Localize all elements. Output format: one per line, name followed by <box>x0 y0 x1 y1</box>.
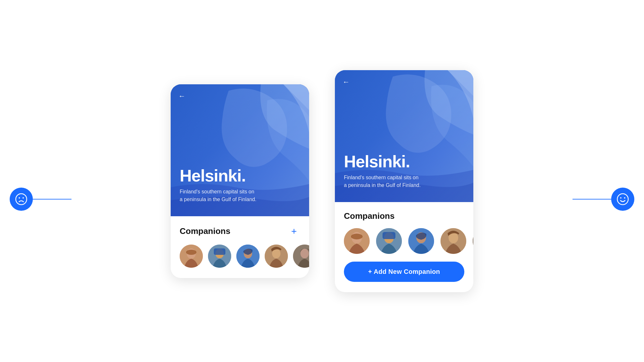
svg-rect-22 <box>383 232 395 239</box>
left-city-description: Finland's southern capital sits on a pen… <box>180 188 256 203</box>
scene: ← Helsinki. Finland's southern capital s… <box>0 0 644 362</box>
right-companions-title: Companions <box>344 211 394 221</box>
left-companions-title: Companions <box>180 226 230 236</box>
right-hero-content: Helsinki. Finland's southern capital sit… <box>344 153 421 189</box>
annotation-line-right <box>573 199 611 200</box>
left-add-companion-icon-button[interactable]: + <box>288 225 300 237</box>
right-phone-card: ← Helsinki. Finland's southern capital s… <box>335 70 473 292</box>
sad-face-icon <box>10 188 33 211</box>
svg-point-15 <box>300 249 309 258</box>
svg-point-2 <box>23 197 24 199</box>
svg-rect-9 <box>214 248 225 255</box>
svg-point-0 <box>16 194 27 205</box>
cards-container: ← Helsinki. Finland's southern capital s… <box>171 70 473 292</box>
right-avatar-2[interactable] <box>376 228 402 254</box>
left-avatar-3[interactable] <box>236 245 260 268</box>
svg-point-19 <box>351 234 363 239</box>
right-avatar-row <box>344 228 464 254</box>
right-companions-header: Companions <box>344 211 464 221</box>
right-hero-image: ← Helsinki. Finland's southern capital s… <box>335 70 473 202</box>
annotation-right <box>573 188 634 211</box>
svg-point-30 <box>620 197 621 199</box>
left-companions-header: Companions + <box>180 225 300 237</box>
left-avatar-4[interactable] <box>265 245 288 268</box>
right-avatar-4[interactable] <box>440 228 466 254</box>
right-avatar-3[interactable] <box>408 228 434 254</box>
left-phone-card: ← Helsinki. Finland's southern capital s… <box>171 84 309 278</box>
svg-point-1 <box>19 197 20 199</box>
add-new-companion-button[interactable]: + Add New Companion <box>344 262 464 282</box>
right-back-button[interactable]: ← <box>343 78 350 86</box>
right-city-title: Helsinki. <box>344 153 421 170</box>
left-hero-content: Helsinki. Finland's southern capital sit… <box>180 167 256 203</box>
svg-point-6 <box>186 250 196 255</box>
left-back-button[interactable]: ← <box>178 92 185 100</box>
right-avatar-1[interactable] <box>344 228 370 254</box>
left-avatar-2[interactable] <box>208 245 231 268</box>
annotation-left <box>10 188 71 211</box>
annotation-line-left <box>33 199 71 200</box>
left-avatar-1[interactable] <box>180 245 203 268</box>
svg-point-29 <box>617 194 628 205</box>
happy-face-icon <box>611 188 634 211</box>
left-avatar-5[interactable] <box>293 245 309 268</box>
left-card-bottom: Companions + <box>171 216 309 278</box>
left-hero-image: ← Helsinki. Finland's southern capital s… <box>171 84 309 216</box>
right-city-description: Finland's southern capital sits on a pen… <box>344 174 421 189</box>
right-card-bottom: Companions <box>335 202 473 292</box>
left-avatar-row <box>180 245 300 268</box>
left-city-title: Helsinki. <box>180 167 256 184</box>
svg-point-31 <box>624 197 625 199</box>
right-avatar-5[interactable] <box>473 228 473 254</box>
svg-rect-27 <box>473 228 473 254</box>
